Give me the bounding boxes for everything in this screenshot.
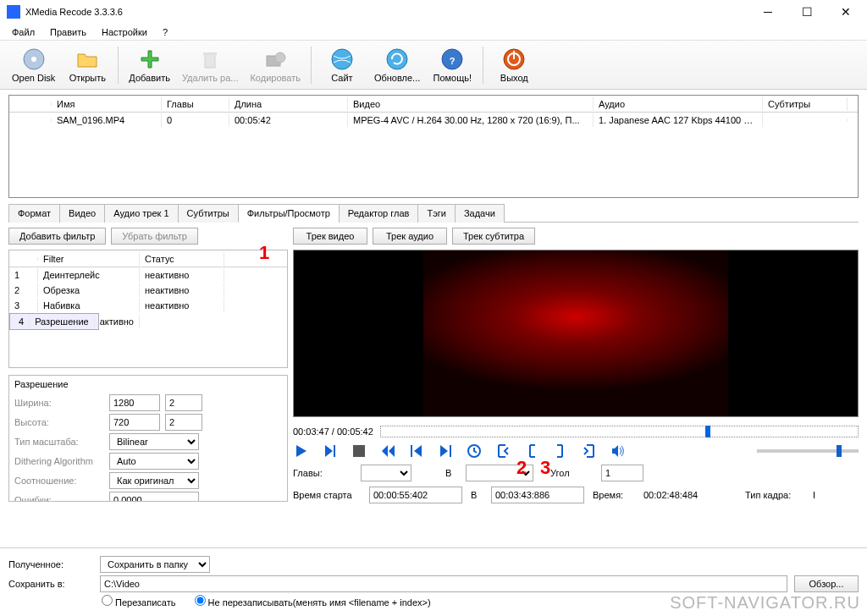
disk-icon	[22, 47, 46, 71]
delete-button[interactable]: Удалить ра...	[177, 44, 243, 86]
folder-open-icon	[75, 47, 99, 71]
help-icon: ?	[440, 47, 464, 71]
resolution-title: Разрешение	[14, 379, 282, 389]
help-button[interactable]: ? Помощь!	[427, 44, 478, 86]
update-button[interactable]: Обновле...	[369, 44, 425, 86]
filter-row[interactable]: 3Набивканеактивно	[9, 298, 287, 313]
tab-tags[interactable]: Тэги	[417, 204, 456, 223]
mark-out-icon[interactable]	[581, 443, 598, 459]
filter-grid[interactable]: Filter Статус 1Деинтерлейснеактивно 2Обр…	[8, 250, 288, 368]
svg-rect-12	[513, 51, 515, 59]
seekbar[interactable]	[380, 426, 859, 437]
overwrite-radio[interactable]: Перезаписать	[102, 595, 176, 608]
svg-rect-2	[205, 54, 215, 68]
play-icon[interactable]	[293, 443, 310, 459]
menu-settings[interactable]: Настройки	[95, 25, 154, 39]
exit-button[interactable]: Выход	[489, 44, 539, 86]
save-path-input[interactable]	[100, 575, 787, 592]
step-fwd-icon[interactable]	[437, 443, 454, 459]
annotation-2: 2	[516, 457, 527, 479]
site-button[interactable]: Сайт	[317, 44, 367, 86]
next-icon[interactable]	[322, 443, 339, 459]
clock-icon[interactable]	[466, 443, 483, 459]
error-input[interactable]	[109, 492, 199, 502]
svg-rect-13	[334, 445, 335, 457]
bracket-right-icon[interactable]	[552, 443, 569, 459]
rewind-icon[interactable]	[379, 443, 396, 459]
step-back-icon[interactable]	[408, 443, 425, 459]
height-div-input[interactable]	[165, 414, 202, 431]
video-track-button[interactable]: Трек видео	[293, 228, 367, 245]
mark-in-icon[interactable]	[494, 443, 511, 459]
menubar: Файл Править Настройки ?	[0, 24, 867, 41]
svg-text:?: ?	[450, 56, 456, 66]
remove-filter-button[interactable]: Убрать фильтр	[111, 228, 198, 245]
svg-point-5	[275, 52, 285, 63]
player-controls	[293, 443, 859, 459]
svg-point-6	[332, 49, 352, 69]
svg-rect-16	[450, 445, 451, 457]
file-row[interactable]: SAM_0196.MP4 0 00:05:42 MPEG-4 AVC / H.2…	[9, 113, 858, 128]
audio-track-button[interactable]: Трек аудио	[373, 228, 447, 245]
tab-chapters[interactable]: Редактор глав	[339, 204, 419, 223]
width-input[interactable]	[109, 394, 160, 411]
svg-point-1	[31, 57, 36, 62]
refresh-icon	[385, 47, 409, 71]
resolution-panel: Разрешение Ширина: Высота: Тип масштаба:…	[8, 375, 288, 502]
filter-row[interactable]: 2Обрезканеактивно	[9, 283, 287, 298]
seek-handle[interactable]	[705, 426, 710, 437]
svg-rect-15	[411, 445, 412, 457]
stop-icon[interactable]	[351, 443, 367, 459]
aspect-select[interactable]: Как оригинал	[109, 472, 199, 489]
globe-icon	[330, 47, 354, 71]
no-overwrite-radio[interactable]: Не перезаписывать(менять имя <filename +…	[195, 595, 431, 608]
encode-button[interactable]: Кодировать	[245, 44, 305, 86]
angle-input[interactable]	[601, 465, 643, 481]
end-time-input[interactable]	[491, 487, 584, 503]
menu-help[interactable]: ?	[156, 25, 174, 39]
frame-type-value: I	[813, 490, 838, 500]
browse-button[interactable]: Обзор...	[794, 575, 859, 592]
menu-file[interactable]: Файл	[5, 25, 41, 39]
dither-select[interactable]: Auto	[109, 453, 199, 470]
volume-icon[interactable]	[610, 443, 627, 459]
open-button[interactable]: Открыть	[62, 44, 113, 86]
tab-format[interactable]: Формат	[8, 204, 60, 223]
annotation-1: 1	[259, 242, 269, 264]
window-title: XMedia Recode 3.3.3.6	[25, 7, 748, 17]
scale-select[interactable]: Bilinear	[109, 433, 199, 450]
toolbar: Open Disk Открыть Добавить Удалить ра...…	[0, 41, 867, 90]
menu-edit[interactable]: Править	[43, 25, 93, 39]
open-disk-button[interactable]: Open Disk	[7, 44, 60, 86]
trash-icon	[198, 47, 222, 71]
svg-point-7	[387, 49, 407, 69]
tab-subs[interactable]: Субтитры	[178, 204, 239, 223]
close-button[interactable]: ✕	[826, 0, 865, 24]
tabs: Формат Видео Аудио трек 1 Субтитры Фильт…	[8, 203, 859, 223]
watermark: SOFT-NAVIGATOR.RU	[670, 593, 860, 613]
svg-rect-14	[353, 445, 365, 457]
tab-audio[interactable]: Аудио трек 1	[104, 204, 178, 223]
grid-header: Имя Главы Длина Видео Аудио Субтитры	[9, 96, 858, 113]
add-button[interactable]: Добавить	[124, 44, 175, 86]
start-time-input[interactable]	[369, 487, 462, 503]
power-icon	[502, 47, 526, 71]
height-input[interactable]	[109, 414, 160, 431]
preview-pane	[293, 250, 859, 417]
tab-jobs[interactable]: Задачи	[455, 204, 505, 223]
maximize-button[interactable]: ☐	[787, 0, 826, 24]
annotation-3: 3	[540, 457, 550, 479]
output-mode-select[interactable]: Сохранить в папку	[100, 556, 210, 573]
tab-filters[interactable]: Фильтры/Просмотр	[238, 204, 340, 223]
file-grid[interactable]: Имя Главы Длина Видео Аудио Субтитры SAM…	[8, 95, 859, 198]
volume-slider[interactable]	[757, 449, 859, 453]
chapter-select[interactable]	[361, 465, 411, 481]
add-filter-button[interactable]: Добавить фильтр	[8, 228, 106, 245]
tab-video[interactable]: Видео	[59, 204, 105, 223]
filter-row[interactable]: 1Деинтерлейснеактивно	[9, 267, 287, 283]
width-div-input[interactable]	[165, 394, 202, 411]
filter-row[interactable]: 4Разрешениеактивно	[9, 313, 99, 330]
preview-image	[423, 250, 728, 416]
minimize-button[interactable]: ─	[748, 0, 787, 24]
sub-track-button[interactable]: Трек субтитра	[452, 228, 535, 245]
